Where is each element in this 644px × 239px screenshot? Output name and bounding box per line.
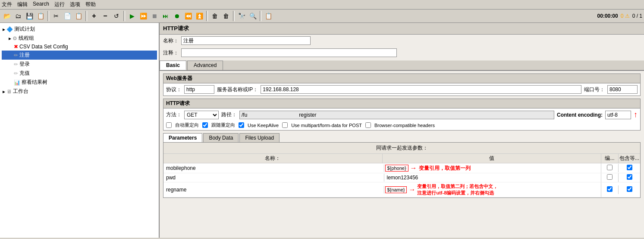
tb-templates[interactable]: 📋 [263, 11, 273, 21]
protocol-label: 协议： [166, 86, 182, 93]
menu-file[interactable]: 文件 [2, 1, 12, 8]
protocol-input[interactable] [184, 85, 214, 94]
sub-tab-parameters[interactable]: Parameters [163, 133, 202, 142]
tree-item-register[interactable]: ✏ 注册 [2, 51, 157, 60]
expand-icon: ▸ [3, 26, 5, 32]
cb-multipart[interactable] [282, 122, 288, 128]
cb-encode-2[interactable] [607, 186, 613, 192]
sep6 [260, 11, 261, 21]
tb-new[interactable]: 📂 [2, 11, 12, 21]
tb-add[interactable]: + [89, 11, 99, 21]
section-title: HTTP请求 [160, 23, 644, 35]
tree-icon-csv: ✖ [14, 44, 18, 50]
tree-icon-recharge: ✏ [14, 70, 18, 76]
sub-tab-body-data[interactable]: Body Data [203, 133, 239, 142]
tb-remote-stop[interactable]: ⏪ [183, 11, 193, 21]
tree-item-login[interactable]: ✏ 登录 [2, 60, 157, 69]
cb-browser-headers-label: Browser-compatible headers [374, 123, 435, 128]
tb-remove[interactable]: − [100, 11, 110, 21]
main-layout: ▸ 🔷 测试计划 ▸ ⚙ 线程组 ✖ CSV Data Set Config ✏… [0, 23, 644, 238]
sub-tab-bar: Parameters Body Data Files Upload [163, 133, 641, 143]
tb-start[interactable]: ▶ [127, 11, 137, 21]
name-input[interactable] [181, 36, 311, 45]
menu-help[interactable]: 帮助 [85, 1, 96, 8]
tb-stop[interactable]: ⏹ [149, 11, 160, 21]
tb-help[interactable]: 🔍 [248, 11, 258, 21]
arrow-right-2: → [408, 186, 415, 194]
tb-paste[interactable]: 📋 [73, 11, 84, 21]
tb-reset[interactable]: ↺ [111, 11, 122, 21]
sub-tab-files-upload[interactable]: Files Upload [239, 133, 280, 142]
menubar: 文件 编辑 Search 运行 选项 帮助 [0, 0, 644, 10]
cb-include-1[interactable] [627, 174, 632, 180]
cb-keepalive[interactable] [239, 122, 244, 128]
tree-icon-results: 📊 [14, 80, 20, 86]
tree-item-test-plan[interactable]: ▸ 🔷 测试计划 [2, 25, 157, 34]
tb-start-no-pause[interactable]: ⏩ [138, 11, 148, 21]
cb-encode-1[interactable] [607, 174, 613, 180]
tree-item-view-results[interactable]: 📊 察看结果树 [2, 78, 157, 87]
param-include-1 [619, 173, 640, 182]
tree-label: 察看结果树 [22, 79, 47, 86]
value-variable-0: ${phone} [385, 165, 408, 172]
tab-basic[interactable]: Basic [160, 61, 186, 70]
tb-cut[interactable]: ✂ [51, 11, 61, 21]
tree-panel: ▸ 🔷 测试计划 ▸ ⚙ 线程组 ✖ CSV Data Set Config ✏… [0, 23, 160, 238]
tb-stop-now[interactable]: ⏭ [160, 11, 171, 21]
port-label: 端口号： [584, 86, 605, 93]
tb-copy[interactable]: 📄 [62, 11, 72, 21]
tree-item-recharge[interactable]: ✏ 充值 [2, 69, 157, 78]
tree-label: 充值 [19, 70, 30, 77]
tb-remote-start[interactable]: ⏺ [172, 11, 182, 21]
comment-input[interactable] [181, 48, 397, 57]
tree-icon-threadgroup: ⚙ [13, 35, 17, 41]
param-encode-1 [601, 173, 619, 182]
param-row-2: regname ${name} → 变量引用，取值第二列；若包含中文， 注意进行… [163, 182, 640, 198]
annotation-2: 变量引用，取值第二列；若包含中文， 注意进行utf-8编码设置，并右侧勾选 [417, 183, 498, 196]
arrow-up-icon: ↑ [634, 110, 638, 119]
cb-include-0[interactable] [627, 165, 632, 170]
cb-auto-redirect[interactable] [166, 122, 172, 128]
tb-find[interactable]: 🔭 [236, 11, 247, 21]
tb-save[interactable]: 💾 [24, 11, 35, 21]
value-variable-2: ${name} [385, 186, 407, 193]
cb-encode-0[interactable] [607, 165, 613, 170]
tb-remote-exit[interactable]: ⏫ [194, 11, 204, 21]
arrow-right-0: → [410, 164, 417, 172]
tab-advanced[interactable]: Advanced [187, 61, 223, 70]
tree-label: 工作台 [13, 88, 28, 95]
port-input[interactable] [607, 85, 638, 94]
menu-options[interactable]: 选项 [70, 1, 80, 8]
param-name-0: mobilephone [163, 164, 384, 172]
param-value-0: ${phone} → 变量引用，取值第一列 [384, 163, 602, 173]
expand-icon: ▸ [3, 89, 5, 95]
tree-item-thread-group[interactable]: ▸ ⚙ 线程组 [2, 34, 157, 43]
params-header: 同请求一起发送参数： [163, 143, 640, 154]
col-name-header: 名称： [163, 154, 383, 163]
tb-open[interactable]: 🗂 [13, 11, 23, 21]
server-input[interactable] [261, 85, 581, 94]
path-input[interactable] [239, 111, 554, 119]
col-include-header: 包含等... [619, 154, 640, 163]
param-encode-2 [601, 185, 619, 194]
menu-search[interactable]: Search [33, 1, 49, 8]
tree-icon-login: ✏ [14, 61, 18, 67]
encoding-input[interactable] [605, 111, 631, 119]
menu-run[interactable]: 运行 [54, 1, 65, 8]
http-request-section: HTTP请求 方法： GET POST PUT DELETE 路径： Conte… [163, 99, 641, 131]
tree-item-csv[interactable]: ✖ CSV Data Set Config [2, 43, 157, 51]
sep1 [47, 11, 49, 21]
tb-clear[interactable]: 🗑 [210, 11, 220, 21]
sep4 [206, 11, 208, 21]
tb-saveas[interactable]: 📋 [35, 11, 46, 21]
main-tab-bar: Basic Advanced [160, 61, 644, 71]
path-label: 路径： [221, 111, 237, 118]
method-select[interactable]: GET POST PUT DELETE [184, 111, 219, 119]
value-plain-1: lemon123456 [385, 174, 420, 181]
cb-follow-redirect[interactable] [202, 122, 208, 128]
menu-edit[interactable]: 编辑 [17, 1, 28, 8]
tree-item-workbench[interactable]: ▸ 🖥 工作台 [2, 87, 157, 96]
cb-browser-headers[interactable] [365, 122, 371, 128]
cb-include-2[interactable] [627, 186, 632, 192]
tb-clear-all[interactable]: 🗑 [221, 11, 231, 21]
